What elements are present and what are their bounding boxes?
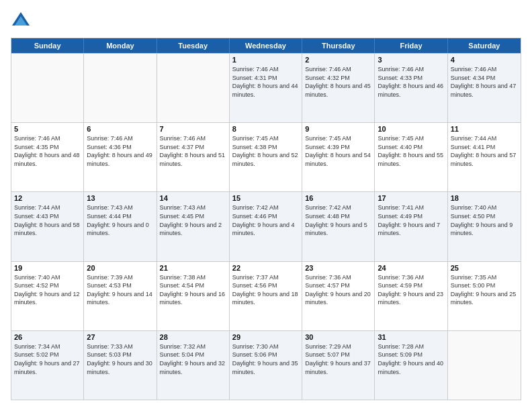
header: [11, 11, 521, 31]
cell-info: Sunrise: 7:46 AMSunset: 4:37 PMDaylight:…: [160, 134, 226, 168]
cal-header-monday: Monday: [84, 38, 157, 53]
day-number: 31: [378, 333, 444, 341]
cell-info: Sunrise: 7:38 AMSunset: 4:54 PMDaylight:…: [160, 273, 226, 307]
cell-info: Sunrise: 7:29 AMSunset: 5:07 PMDaylight:…: [305, 342, 371, 376]
cal-cell-day-5: 5Sunrise: 7:46 AMSunset: 4:35 PMDaylight…: [11, 123, 84, 191]
cell-info: Sunrise: 7:40 AMSunset: 4:50 PMDaylight:…: [451, 203, 518, 237]
day-number: 13: [87, 194, 153, 202]
day-number: 24: [378, 264, 444, 272]
cal-cell-day-18: 18Sunrise: 7:40 AMSunset: 4:50 PMDayligh…: [448, 192, 521, 261]
cell-info: Sunrise: 7:44 AMSunset: 4:43 PMDaylight:…: [14, 203, 81, 237]
cal-cell-empty: [11, 54, 84, 122]
cal-cell-day-20: 20Sunrise: 7:39 AMSunset: 4:53 PMDayligh…: [84, 262, 157, 330]
cell-info: Sunrise: 7:46 AMSunset: 4:35 PMDaylight:…: [14, 134, 81, 168]
cal-cell-day-26: 26Sunrise: 7:34 AMSunset: 5:02 PMDayligh…: [11, 331, 84, 400]
cell-info: Sunrise: 7:39 AMSunset: 4:53 PMDaylight:…: [87, 273, 153, 307]
cal-header-thursday: Thursday: [302, 38, 375, 53]
page: SundayMondayTuesdayWednesdayThursdayFrid…: [0, 0, 532, 411]
cal-cell-day-31: 31Sunrise: 7:28 AMSunset: 5:09 PMDayligh…: [375, 331, 447, 400]
cal-header-tuesday: Tuesday: [157, 38, 230, 53]
cell-info: Sunrise: 7:36 AMSunset: 4:59 PMDaylight:…: [378, 273, 444, 307]
cal-header-wednesday: Wednesday: [230, 38, 302, 53]
cal-cell-day-19: 19Sunrise: 7:40 AMSunset: 4:52 PMDayligh…: [11, 262, 84, 330]
cal-cell-day-29: 29Sunrise: 7:30 AMSunset: 5:06 PMDayligh…: [230, 331, 302, 400]
cal-cell-day-17: 17Sunrise: 7:41 AMSunset: 4:49 PMDayligh…: [375, 192, 447, 261]
day-number: 30: [305, 333, 371, 341]
cal-cell-day-27: 27Sunrise: 7:33 AMSunset: 5:03 PMDayligh…: [84, 331, 157, 400]
day-number: 4: [451, 56, 518, 64]
cal-cell-day-7: 7Sunrise: 7:46 AMSunset: 4:37 PMDaylight…: [157, 123, 230, 191]
cal-cell-day-2: 2Sunrise: 7:46 AMSunset: 4:32 PMDaylight…: [302, 54, 375, 122]
cal-week-2: 5Sunrise: 7:46 AMSunset: 4:35 PMDaylight…: [11, 122, 521, 191]
cal-cell-day-21: 21Sunrise: 7:38 AMSunset: 4:54 PMDayligh…: [157, 262, 230, 330]
cal-cell-day-3: 3Sunrise: 7:46 AMSunset: 4:33 PMDaylight…: [375, 54, 447, 122]
day-number: 19: [14, 264, 81, 272]
cell-info: Sunrise: 7:34 AMSunset: 5:02 PMDaylight:…: [14, 342, 81, 376]
day-number: 28: [160, 333, 226, 341]
cal-cell-day-4: 4Sunrise: 7:46 AMSunset: 4:34 PMDaylight…: [448, 54, 521, 122]
cal-cell-day-11: 11Sunrise: 7:44 AMSunset: 4:41 PMDayligh…: [448, 123, 521, 191]
cell-info: Sunrise: 7:46 AMSunset: 4:31 PMDaylight:…: [232, 65, 299, 99]
cal-cell-day-1: 1Sunrise: 7:46 AMSunset: 4:31 PMDaylight…: [230, 54, 302, 122]
cell-info: Sunrise: 7:43 AMSunset: 4:45 PMDaylight:…: [160, 203, 226, 237]
cal-cell-day-8: 8Sunrise: 7:45 AMSunset: 4:38 PMDaylight…: [230, 123, 302, 191]
cell-info: Sunrise: 7:42 AMSunset: 4:48 PMDaylight:…: [305, 203, 371, 237]
cell-info: Sunrise: 7:41 AMSunset: 4:49 PMDaylight:…: [378, 203, 444, 237]
cal-cell-empty: [448, 331, 521, 400]
calendar-body: 1Sunrise: 7:46 AMSunset: 4:31 PMDaylight…: [11, 53, 521, 400]
day-number: 7: [160, 125, 226, 133]
cell-info: Sunrise: 7:33 AMSunset: 5:03 PMDaylight:…: [87, 342, 153, 376]
cell-info: Sunrise: 7:45 AMSunset: 4:39 PMDaylight:…: [305, 134, 371, 168]
day-number: 17: [378, 194, 444, 202]
cal-cell-day-25: 25Sunrise: 7:35 AMSunset: 5:00 PMDayligh…: [448, 262, 521, 330]
logo-icon: [11, 11, 31, 31]
cell-info: Sunrise: 7:45 AMSunset: 4:38 PMDaylight:…: [232, 134, 299, 168]
day-number: 15: [232, 194, 299, 202]
cal-cell-day-15: 15Sunrise: 7:42 AMSunset: 4:46 PMDayligh…: [230, 192, 302, 261]
day-number: 18: [451, 194, 518, 202]
cell-info: Sunrise: 7:30 AMSunset: 5:06 PMDaylight:…: [232, 342, 299, 376]
day-number: 9: [305, 125, 371, 133]
calendar-header-row: SundayMondayTuesdayWednesdayThursdayFrid…: [11, 38, 521, 53]
cal-cell-day-23: 23Sunrise: 7:36 AMSunset: 4:57 PMDayligh…: [302, 262, 375, 330]
cal-cell-day-13: 13Sunrise: 7:43 AMSunset: 4:44 PMDayligh…: [84, 192, 157, 261]
cal-cell-day-9: 9Sunrise: 7:45 AMSunset: 4:39 PMDaylight…: [302, 123, 375, 191]
cal-cell-day-10: 10Sunrise: 7:45 AMSunset: 4:40 PMDayligh…: [375, 123, 447, 191]
day-number: 12: [14, 194, 81, 202]
day-number: 16: [305, 194, 371, 202]
cal-cell-empty: [157, 54, 230, 122]
cal-week-5: 26Sunrise: 7:34 AMSunset: 5:02 PMDayligh…: [11, 330, 521, 400]
cell-info: Sunrise: 7:45 AMSunset: 4:40 PMDaylight:…: [378, 134, 444, 168]
cell-info: Sunrise: 7:46 AMSunset: 4:34 PMDaylight:…: [451, 65, 518, 99]
cell-info: Sunrise: 7:46 AMSunset: 4:36 PMDaylight:…: [87, 134, 153, 168]
day-number: 14: [160, 194, 226, 202]
cal-cell-empty: [84, 54, 157, 122]
cell-info: Sunrise: 7:42 AMSunset: 4:46 PMDaylight:…: [232, 203, 299, 237]
cell-info: Sunrise: 7:40 AMSunset: 4:52 PMDaylight:…: [14, 273, 81, 307]
cal-cell-day-28: 28Sunrise: 7:32 AMSunset: 5:04 PMDayligh…: [157, 331, 230, 400]
cal-cell-day-30: 30Sunrise: 7:29 AMSunset: 5:07 PMDayligh…: [302, 331, 375, 400]
day-number: 1: [232, 56, 299, 64]
day-number: 21: [160, 264, 226, 272]
cal-header-friday: Friday: [375, 38, 447, 53]
day-number: 3: [378, 56, 444, 64]
day-number: 5: [14, 125, 81, 133]
logo: [11, 11, 34, 31]
day-number: 22: [232, 264, 299, 272]
day-number: 10: [378, 125, 444, 133]
day-number: 23: [305, 264, 371, 272]
cal-cell-day-16: 16Sunrise: 7:42 AMSunset: 4:48 PMDayligh…: [302, 192, 375, 261]
cal-week-4: 19Sunrise: 7:40 AMSunset: 4:52 PMDayligh…: [11, 261, 521, 330]
cal-header-saturday: Saturday: [448, 38, 521, 53]
day-number: 27: [87, 333, 153, 341]
day-number: 25: [451, 264, 518, 272]
day-number: 11: [451, 125, 518, 133]
day-number: 26: [14, 333, 81, 341]
day-number: 29: [232, 333, 299, 341]
cell-info: Sunrise: 7:32 AMSunset: 5:04 PMDaylight:…: [160, 342, 226, 376]
day-number: 8: [232, 125, 299, 133]
day-number: 20: [87, 264, 153, 272]
cell-info: Sunrise: 7:46 AMSunset: 4:33 PMDaylight:…: [378, 65, 444, 99]
cal-cell-day-14: 14Sunrise: 7:43 AMSunset: 4:45 PMDayligh…: [157, 192, 230, 261]
cal-cell-day-22: 22Sunrise: 7:37 AMSunset: 4:56 PMDayligh…: [230, 262, 302, 330]
